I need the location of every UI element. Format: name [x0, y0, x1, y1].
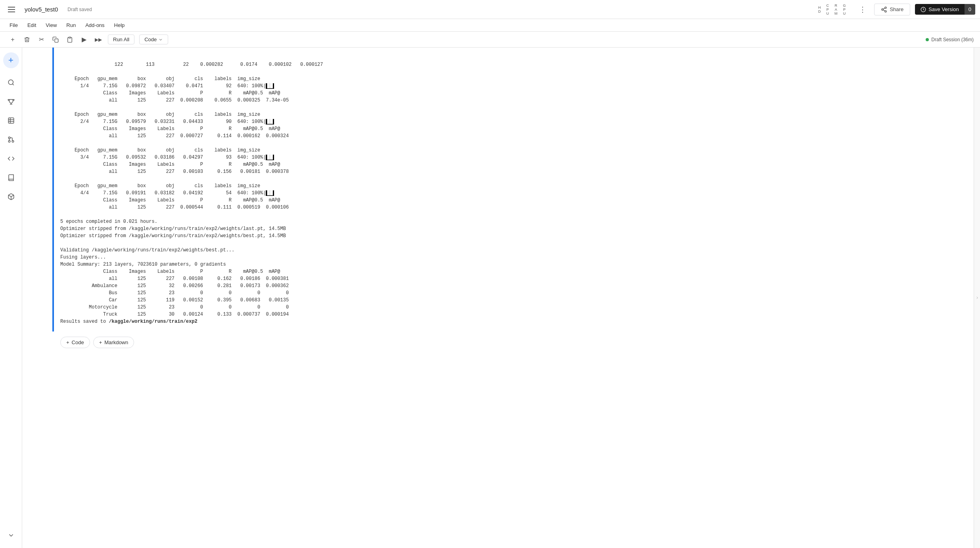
menu-help[interactable]: Help	[111, 21, 128, 30]
run-all-button[interactable]: Run All	[108, 34, 134, 44]
add-cell-row: + Code + Markdown	[54, 332, 974, 353]
cell-gutter	[22, 48, 54, 331]
sidebar-item-book[interactable]	[3, 170, 19, 186]
session-status-dot	[926, 38, 929, 41]
menu-run[interactable]: Run	[63, 21, 79, 30]
sidebar-item-box[interactable]	[3, 189, 19, 205]
more-options-icon[interactable]: ⋮	[856, 4, 869, 15]
trash-icon	[24, 36, 30, 43]
output-cell: 122 113 22 0.000282 0.0174 0.000102 0.00…	[22, 48, 974, 332]
run-all-label: Run All	[113, 36, 129, 42]
menu-icon[interactable]	[5, 4, 18, 15]
table-icon	[8, 117, 15, 124]
cell-type-selector[interactable]: Code	[139, 34, 168, 44]
box-icon	[8, 193, 15, 200]
chevron-right-icon	[975, 296, 979, 300]
sidebar-bottom	[3, 527, 19, 543]
sidebar-item-git[interactable]	[3, 132, 19, 148]
toolbar-right: Draft Session (36m)	[926, 37, 974, 42]
output-text: 122 113 22 0.000282 0.0174 0.000102 0.00…	[60, 51, 967, 328]
svg-rect-6	[55, 39, 58, 42]
cut-cell-button[interactable]: ✂	[35, 33, 48, 46]
run-all-prev-button[interactable]: ▶▶	[92, 33, 105, 46]
book-icon	[8, 174, 15, 181]
draft-saved-label: Draft saved	[67, 7, 92, 12]
sidebar-add-button[interactable]: +	[3, 52, 19, 68]
chevron-down-icon	[8, 532, 15, 539]
sidebar-item-code[interactable]	[3, 151, 19, 167]
search-icon	[8, 79, 15, 86]
sidebar: +	[0, 48, 22, 548]
resource-indicators: H D C P U R A M G P U	[816, 3, 848, 16]
notebook-title: yolov5_test0	[25, 6, 58, 13]
git-icon	[8, 136, 15, 143]
add-markdown-label: Markdown	[104, 339, 128, 345]
topbar-left: yolov5_test0 Draft saved	[5, 4, 816, 15]
topbar-right: H D C P U R A M G P U ⋮ Share	[816, 3, 975, 16]
menubar: File Edit View Run Add-ons Help	[0, 19, 980, 32]
menu-view[interactable]: View	[42, 21, 60, 30]
cell-output-content: 122 113 22 0.000282 0.0174 0.000102 0.00…	[54, 48, 974, 331]
paste-cell-button[interactable]	[63, 33, 76, 46]
cell-type-label: Code	[144, 36, 157, 42]
svg-point-15	[8, 137, 10, 139]
copy-cell-button[interactable]	[49, 33, 62, 46]
add-markdown-icon: +	[99, 339, 102, 345]
trophy-icon	[8, 98, 15, 105]
menu-addons[interactable]: Add-ons	[82, 21, 107, 30]
clipboard-icon	[67, 36, 73, 43]
chevron-down-icon	[158, 37, 163, 42]
add-cell-button[interactable]: +	[6, 33, 19, 46]
hd-resource: H D	[816, 5, 823, 14]
add-markdown-cell-button[interactable]: + Markdown	[93, 337, 134, 348]
copy-icon	[52, 36, 59, 43]
save-version-button[interactable]: Save Version 0	[915, 4, 975, 15]
menu-file[interactable]: File	[6, 21, 21, 30]
delete-cell-button[interactable]	[21, 33, 33, 46]
cpu-resource: C P U	[824, 3, 831, 16]
gpu-resource: G P U	[840, 3, 848, 16]
svg-point-16	[8, 140, 10, 142]
notebook-area[interactable]: 122 113 22 0.000282 0.0174 0.000102 0.00…	[22, 48, 974, 548]
add-code-label: Code	[72, 339, 84, 345]
svg-point-1	[882, 9, 883, 10]
toolbar: + ✂ ▶ ▶▶ Run All Code Draft Session (36m…	[0, 32, 980, 48]
svg-point-2	[885, 10, 886, 12]
share-icon	[881, 6, 887, 13]
svg-point-8	[8, 80, 13, 84]
sidebar-item-search[interactable]	[3, 75, 19, 90]
add-code-icon: +	[66, 339, 69, 345]
code-icon	[8, 155, 15, 162]
svg-line-3	[883, 10, 885, 11]
add-code-cell-button[interactable]: + Code	[60, 337, 90, 348]
session-indicator: Draft Session (36m)	[926, 37, 974, 42]
svg-line-9	[12, 84, 13, 85]
right-panel-collapse[interactable]	[974, 48, 980, 548]
sidebar-item-trophy[interactable]	[3, 94, 19, 109]
save-version-count: 0	[965, 4, 975, 15]
run-cell-button[interactable]: ▶	[78, 33, 90, 46]
topbar: yolov5_test0 Draft saved H D C P U R A M…	[0, 0, 980, 19]
share-button[interactable]: Share	[874, 4, 910, 15]
clock-icon	[921, 7, 926, 12]
sidebar-item-data[interactable]	[3, 113, 19, 128]
svg-point-0	[885, 7, 886, 8]
svg-rect-7	[69, 37, 71, 38]
svg-point-14	[12, 140, 14, 142]
svg-line-4	[883, 8, 885, 9]
sidebar-collapse[interactable]	[3, 527, 19, 543]
session-label: Draft Session (36m)	[931, 37, 974, 42]
svg-rect-10	[8, 118, 14, 123]
ram-resource: R A M	[832, 3, 840, 16]
menu-edit[interactable]: Edit	[24, 21, 39, 30]
main-layout: +	[0, 48, 980, 548]
